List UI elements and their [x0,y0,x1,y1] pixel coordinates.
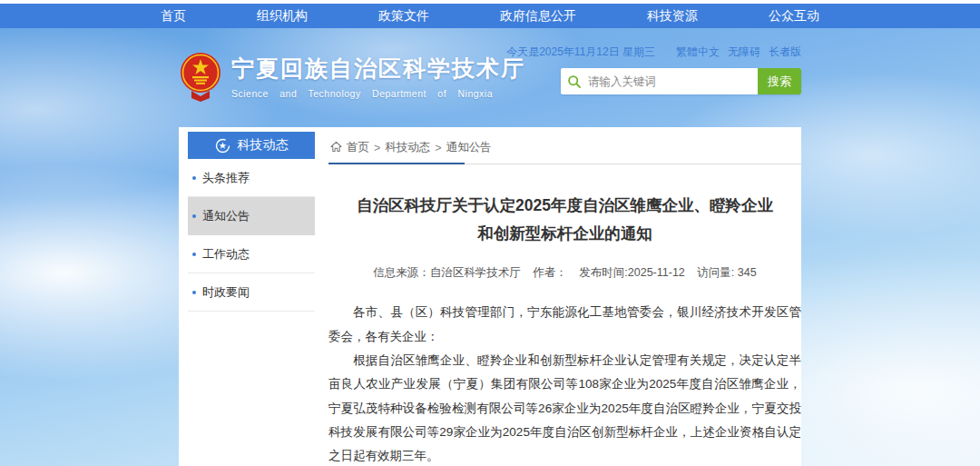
sidebar-item-current-politics[interactable]: 时政要闻 [188,273,315,312]
article-paragraph: 根据自治区雏鹰企业、瞪羚企业和创新型标杆企业认定管理有关规定，决定认定半亩良人农… [328,349,801,466]
current-date: 今天是2025年11月12日 星期三 [506,45,655,60]
link-traditional-chinese[interactable]: 繁體中文 [676,45,720,60]
nav-item-organization[interactable]: 组织机构 [257,8,308,25]
bullet-icon [192,253,196,256]
article-title-line2: 和创新型标杆企业的通知 [328,220,801,248]
sidebar-item-label: 通知公告 [202,208,250,224]
link-accessibility[interactable]: 无障碍 [728,45,760,60]
star-circle-icon [215,138,230,154]
bullet-icon [192,291,196,294]
sidebar-item-label: 头条推荐 [202,170,250,186]
sidebar-item-label: 工作动态 [202,246,250,263]
sidebar-title: 科技动态 [238,137,289,154]
sidebar-item-label: 时政要闻 [202,284,250,301]
sidebar: 科技动态 头条推荐 通知公告 工作动态 时政要闻 [188,132,315,466]
sidebar-item-notices[interactable]: 通知公告 [188,197,315,235]
sidebar-item-work-trends[interactable]: 工作动态 [188,235,315,273]
site-subtitle: Science and Technology Department of Nin… [231,88,525,99]
nav-item-home[interactable]: 首页 [161,8,186,25]
nav-item-gov-info[interactable]: 政府信息公开 [500,8,576,25]
nav-item-policy[interactable]: 政策文件 [378,8,429,25]
breadcrumb-separator: > [435,142,441,154]
nav-item-interaction[interactable]: 公众互动 [769,8,819,25]
content-panel: 科技动态 头条推荐 通知公告 工作动态 时政要闻 首页 > 科技动态 > 通知公… [179,127,801,466]
breadcrumb: 首页 > 科技动态 > 通知公告 [328,132,801,164]
article-area: 首页 > 科技动态 > 通知公告 自治区科技厅关于认定2025年度自治区雏鹰企业… [328,132,801,466]
search-bar: 搜索 [561,68,801,94]
site-title: 宁夏回族自治区科学技术厅 [231,54,525,84]
meta-publish-time: 发布时间:2025-11-12 [579,266,685,279]
home-icon [330,141,342,155]
breadcrumb-home[interactable]: 首页 [347,140,369,155]
article-meta: 信息来源：自治区科学技术厅 作者： 发布时间:2025-11-12 访问量: 3… [328,265,801,281]
sidebar-item-headlines[interactable]: 头条推荐 [188,159,315,197]
main-nav: 首页 组织机构 政策文件 政府信息公开 科技资源 公众互动 [0,0,980,28]
meta-visits: 访问量: 345 [697,266,756,279]
nav-item-resources[interactable]: 科技资源 [647,8,698,25]
site-brand: 宁夏回族自治区科学技术厅 Science and Technology Depa… [179,51,525,102]
meta-source: 信息来源：自治区科学技术厅 [373,266,521,279]
breadcrumb-notices[interactable]: 通知公告 [446,140,492,155]
site-header: 宁夏回族自治区科学技术厅 Science and Technology Depa… [0,28,980,127]
article-body: 各市、县（区）科技管理部门，宁东能源化工基地管委会，银川经济技术开发区管委会，各… [328,301,801,466]
bullet-icon [192,214,196,218]
meta-author: 作者： [533,266,567,279]
national-emblem-logo [179,51,222,102]
search-icon [561,68,588,94]
search-button[interactable]: 搜索 [758,68,801,94]
sidebar-header: 科技动态 [188,132,315,159]
breadcrumb-separator: > [374,142,380,154]
site-title-group: 宁夏回族自治区科学技术厅 Science and Technology Depa… [231,54,525,99]
breadcrumb-tech-news[interactable]: 科技动态 [385,140,430,155]
bullet-icon [192,176,196,180]
article-title: 自治区科技厅关于认定2025年度自治区雏鹰企业、瞪羚企业 和创新型标杆企业的通知 [328,192,801,247]
article-paragraph: 各市、县（区）科技管理部门，宁东能源化工基地管委会，银川经济技术开发区管委会，各… [328,301,801,349]
article-title-line1: 自治区科技厅关于认定2025年度自治区雏鹰企业、瞪羚企业 [328,192,801,220]
search-input[interactable] [588,68,758,94]
link-elder-version[interactable]: 长者版 [769,45,801,60]
